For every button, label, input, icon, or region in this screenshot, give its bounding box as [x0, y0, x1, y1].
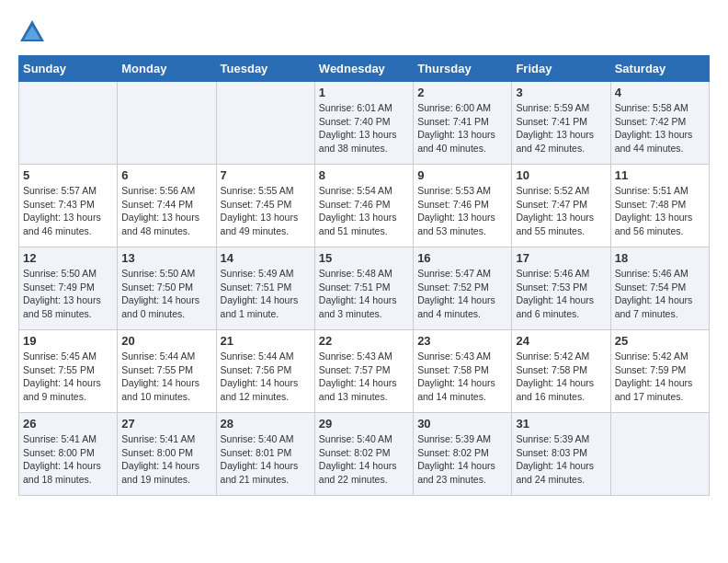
- page-header: [18, 18, 710, 46]
- day-number: 31: [516, 417, 606, 431]
- weekday-header: Thursday: [414, 56, 512, 82]
- day-info: Sunrise: 5:43 AM Sunset: 7:57 PM Dayligh…: [319, 350, 409, 404]
- day-number: 19: [23, 334, 113, 348]
- calendar-cell: 5Sunrise: 5:57 AM Sunset: 7:43 PM Daylig…: [19, 165, 118, 247]
- calendar-cell: [216, 82, 314, 165]
- weekday-header: Wednesday: [314, 56, 413, 82]
- day-number: 23: [417, 334, 507, 348]
- day-info: Sunrise: 5:41 AM Sunset: 8:00 PM Dayligh…: [121, 432, 211, 487]
- calendar-cell: 6Sunrise: 5:56 AM Sunset: 7:44 PM Daylig…: [118, 165, 216, 247]
- calendar-cell: 27Sunrise: 5:41 AM Sunset: 8:00 PM Dayli…: [118, 413, 216, 496]
- day-number: 3: [516, 86, 606, 99]
- day-info: Sunrise: 5:41 AM Sunset: 8:00 PM Dayligh…: [23, 432, 113, 487]
- day-info: Sunrise: 5:47 AM Sunset: 7:52 PM Dayligh…: [417, 267, 507, 321]
- day-info: Sunrise: 6:01 AM Sunset: 7:40 PM Dayligh…: [319, 101, 409, 155]
- day-info: Sunrise: 5:44 AM Sunset: 7:55 PM Dayligh…: [121, 350, 211, 404]
- calendar-week-row: 5Sunrise: 5:57 AM Sunset: 7:43 PM Daylig…: [19, 165, 710, 247]
- day-info: Sunrise: 5:42 AM Sunset: 7:59 PM Dayligh…: [615, 350, 705, 404]
- day-number: 13: [121, 251, 211, 265]
- calendar-cell: 21Sunrise: 5:44 AM Sunset: 7:56 PM Dayli…: [216, 330, 314, 413]
- day-info: Sunrise: 5:44 AM Sunset: 7:56 PM Dayligh…: [221, 350, 311, 404]
- day-number: 5: [23, 168, 113, 182]
- weekday-header: Saturday: [610, 56, 709, 82]
- calendar-cell: 15Sunrise: 5:48 AM Sunset: 7:51 PM Dayli…: [314, 247, 413, 330]
- day-number: 10: [516, 168, 606, 182]
- day-info: Sunrise: 5:42 AM Sunset: 7:58 PM Dayligh…: [516, 350, 606, 404]
- calendar-cell: 19Sunrise: 5:45 AM Sunset: 7:55 PM Dayli…: [19, 330, 118, 413]
- calendar-cell: 1Sunrise: 6:01 AM Sunset: 7:40 PM Daylig…: [314, 82, 413, 165]
- weekday-header: Friday: [512, 56, 610, 82]
- calendar-cell: 10Sunrise: 5:52 AM Sunset: 7:47 PM Dayli…: [512, 165, 610, 247]
- calendar-cell: 24Sunrise: 5:42 AM Sunset: 7:58 PM Dayli…: [512, 330, 610, 413]
- day-number: 28: [221, 417, 311, 431]
- day-info: Sunrise: 5:53 AM Sunset: 7:46 PM Dayligh…: [417, 184, 507, 238]
- day-info: Sunrise: 5:39 AM Sunset: 8:03 PM Dayligh…: [516, 432, 606, 487]
- day-info: Sunrise: 5:48 AM Sunset: 7:51 PM Dayligh…: [319, 267, 409, 321]
- day-info: Sunrise: 5:46 AM Sunset: 7:54 PM Dayligh…: [615, 267, 705, 321]
- day-number: 9: [417, 168, 507, 182]
- weekday-header: Tuesday: [216, 56, 314, 82]
- calendar-cell: 30Sunrise: 5:39 AM Sunset: 8:02 PM Dayli…: [414, 413, 512, 496]
- day-info: Sunrise: 5:51 AM Sunset: 7:48 PM Dayligh…: [615, 184, 705, 238]
- day-number: 17: [516, 251, 606, 265]
- day-info: Sunrise: 5:57 AM Sunset: 7:43 PM Dayligh…: [23, 184, 113, 238]
- day-number: 30: [417, 417, 507, 431]
- calendar-cell: 25Sunrise: 5:42 AM Sunset: 7:59 PM Dayli…: [610, 330, 709, 413]
- calendar-week-row: 19Sunrise: 5:45 AM Sunset: 7:55 PM Dayli…: [19, 330, 710, 413]
- logo-icon: [18, 18, 46, 46]
- calendar-cell: 14Sunrise: 5:49 AM Sunset: 7:51 PM Dayli…: [216, 247, 314, 330]
- day-number: 11: [615, 168, 705, 182]
- day-info: Sunrise: 5:50 AM Sunset: 7:50 PM Dayligh…: [121, 267, 211, 321]
- day-info: Sunrise: 5:49 AM Sunset: 7:51 PM Dayligh…: [221, 267, 311, 321]
- calendar-cell: 20Sunrise: 5:44 AM Sunset: 7:55 PM Dayli…: [118, 330, 216, 413]
- calendar-cell: 2Sunrise: 6:00 AM Sunset: 7:41 PM Daylig…: [414, 82, 512, 165]
- day-number: 6: [121, 168, 211, 182]
- day-number: 27: [121, 417, 211, 431]
- calendar-week-row: 12Sunrise: 5:50 AM Sunset: 7:49 PM Dayli…: [19, 247, 710, 330]
- calendar-cell: 4Sunrise: 5:58 AM Sunset: 7:42 PM Daylig…: [610, 82, 709, 165]
- calendar-cell: 18Sunrise: 5:46 AM Sunset: 7:54 PM Dayli…: [610, 247, 709, 330]
- weekday-header: Monday: [118, 56, 216, 82]
- day-info: Sunrise: 5:40 AM Sunset: 8:01 PM Dayligh…: [221, 432, 311, 487]
- calendar-body: 1Sunrise: 6:01 AM Sunset: 7:40 PM Daylig…: [19, 82, 710, 496]
- calendar-cell: [610, 413, 709, 496]
- day-number: 14: [221, 251, 311, 265]
- weekday-header: Sunday: [19, 56, 118, 82]
- calendar-cell: 31Sunrise: 5:39 AM Sunset: 8:03 PM Dayli…: [512, 413, 610, 496]
- day-info: Sunrise: 5:58 AM Sunset: 7:42 PM Dayligh…: [615, 101, 705, 155]
- day-info: Sunrise: 6:00 AM Sunset: 7:41 PM Dayligh…: [417, 101, 507, 155]
- calendar-cell: 9Sunrise: 5:53 AM Sunset: 7:46 PM Daylig…: [414, 165, 512, 247]
- day-info: Sunrise: 5:43 AM Sunset: 7:58 PM Dayligh…: [417, 350, 507, 404]
- day-number: 7: [221, 168, 311, 182]
- day-number: 29: [319, 417, 409, 431]
- day-info: Sunrise: 5:40 AM Sunset: 8:02 PM Dayligh…: [319, 432, 409, 487]
- day-number: 22: [319, 334, 409, 348]
- calendar-cell: [118, 82, 216, 165]
- calendar-cell: 3Sunrise: 5:59 AM Sunset: 7:41 PM Daylig…: [512, 82, 610, 165]
- calendar-table: SundayMondayTuesdayWednesdayThursdayFrid…: [18, 55, 710, 496]
- logo: [18, 18, 50, 46]
- calendar-week-row: 1Sunrise: 6:01 AM Sunset: 7:40 PM Daylig…: [19, 82, 710, 165]
- day-number: 2: [417, 86, 507, 99]
- day-info: Sunrise: 5:55 AM Sunset: 7:45 PM Dayligh…: [221, 184, 311, 238]
- calendar-cell: 13Sunrise: 5:50 AM Sunset: 7:50 PM Dayli…: [118, 247, 216, 330]
- calendar-cell: 16Sunrise: 5:47 AM Sunset: 7:52 PM Dayli…: [414, 247, 512, 330]
- calendar-week-row: 26Sunrise: 5:41 AM Sunset: 8:00 PM Dayli…: [19, 413, 710, 496]
- day-info: Sunrise: 5:45 AM Sunset: 7:55 PM Dayligh…: [23, 350, 113, 404]
- day-info: Sunrise: 5:39 AM Sunset: 8:02 PM Dayligh…: [417, 432, 507, 487]
- calendar-cell: [19, 82, 118, 165]
- calendar-cell: 11Sunrise: 5:51 AM Sunset: 7:48 PM Dayli…: [610, 165, 709, 247]
- day-number: 8: [319, 168, 409, 182]
- day-info: Sunrise: 5:54 AM Sunset: 7:46 PM Dayligh…: [319, 184, 409, 238]
- calendar-cell: 17Sunrise: 5:46 AM Sunset: 7:53 PM Dayli…: [512, 247, 610, 330]
- day-info: Sunrise: 5:56 AM Sunset: 7:44 PM Dayligh…: [121, 184, 211, 238]
- day-number: 12: [23, 251, 113, 265]
- calendar-cell: 26Sunrise: 5:41 AM Sunset: 8:00 PM Dayli…: [19, 413, 118, 496]
- day-info: Sunrise: 5:59 AM Sunset: 7:41 PM Dayligh…: [516, 101, 606, 155]
- calendar-cell: 12Sunrise: 5:50 AM Sunset: 7:49 PM Dayli…: [19, 247, 118, 330]
- calendar-cell: 22Sunrise: 5:43 AM Sunset: 7:57 PM Dayli…: [314, 330, 413, 413]
- day-number: 18: [615, 251, 705, 265]
- day-number: 24: [516, 334, 606, 348]
- day-number: 1: [319, 86, 409, 99]
- calendar-cell: 29Sunrise: 5:40 AM Sunset: 8:02 PM Dayli…: [314, 413, 413, 496]
